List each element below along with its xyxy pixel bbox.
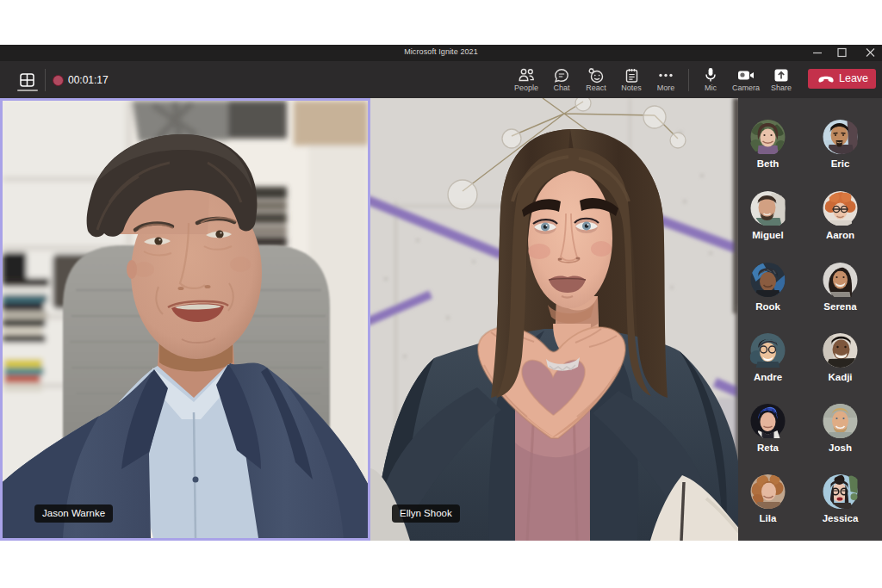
- svg-text:Lila: Lila: [760, 513, 777, 523]
- svg-text:Kadji: Kadji: [828, 372, 852, 382]
- svg-text:Josh: Josh: [829, 443, 852, 453]
- svg-text:Serena: Serena: [823, 301, 857, 312]
- svg-text:Beth: Beth: [757, 158, 780, 169]
- svg-text:Eric: Eric: [831, 158, 850, 169]
- svg-text:Andre: Andre: [754, 372, 782, 382]
- svg-text:Miguel: Miguel: [752, 230, 783, 240]
- svg-text:Aaron: Aaron: [826, 230, 854, 240]
- svg-text:Reta: Reta: [757, 443, 780, 453]
- svg-text:Rook: Rook: [755, 301, 780, 312]
- svg-text:Jessica: Jessica: [823, 513, 859, 523]
